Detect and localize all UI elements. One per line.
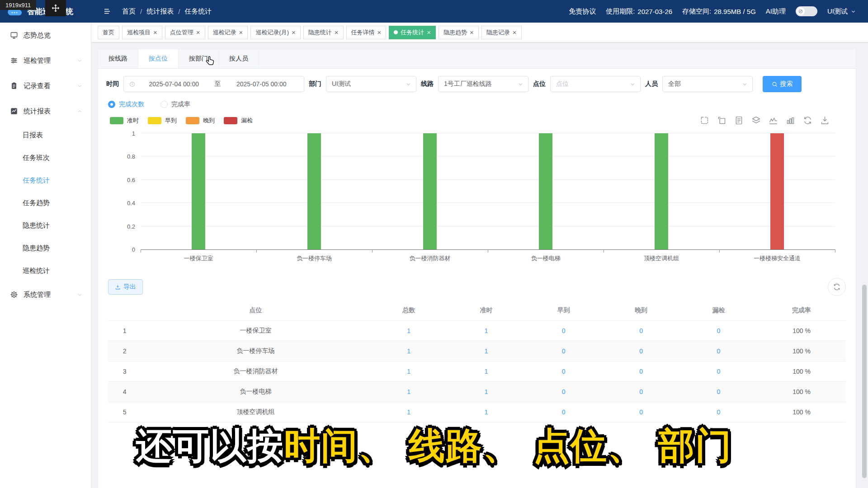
point-select[interactable]: 点位 xyxy=(550,76,641,92)
date-end-value[interactable]: 2025-07-05 00:00 xyxy=(225,80,299,88)
tab-label: 隐患记录 xyxy=(486,28,510,37)
cell-link[interactable]: 1 xyxy=(370,361,447,382)
view-tab-1[interactable]: 按点位 xyxy=(138,49,179,68)
sidebar-item-6[interactable]: 任务统计 xyxy=(0,169,91,192)
bar-3[interactable] xyxy=(539,133,552,249)
sidebar-item-3[interactable]: 统计报表 xyxy=(0,99,91,124)
cell-link[interactable]: 0 xyxy=(525,402,602,422)
vertical-scrollbar[interactable] xyxy=(862,285,867,478)
export-button[interactable]: 导出 xyxy=(108,279,143,295)
close-icon[interactable]: × xyxy=(239,29,243,36)
cell-link[interactable]: 0 xyxy=(680,361,757,382)
restore-icon[interactable] xyxy=(803,116,812,125)
cell-link[interactable]: 0 xyxy=(680,402,757,422)
zoom-select-icon[interactable] xyxy=(700,116,709,125)
radio-1[interactable]: 完成率 xyxy=(160,100,190,108)
bar-4[interactable] xyxy=(655,133,668,249)
cell-link[interactable]: 1 xyxy=(370,382,447,402)
date-range-input[interactable]: 2025-07-04 00:00 至 2025-07-05 00:00 xyxy=(123,76,304,92)
tab-4[interactable]: 巡检记录(月)× xyxy=(250,26,300,39)
table-row: 5顶楼空调机组11000100 % xyxy=(108,402,846,422)
view-tab-0[interactable]: 按线路 xyxy=(98,49,138,68)
search-button[interactable]: 搜索 xyxy=(763,76,802,92)
tab-8[interactable]: 隐患趋势× xyxy=(439,26,479,39)
tab-9[interactable]: 隐患记录× xyxy=(481,26,522,39)
refresh-button[interactable] xyxy=(828,278,846,296)
sidebar-item-8[interactable]: 隐患统计 xyxy=(0,214,91,237)
cell-link[interactable]: 0 xyxy=(525,361,602,382)
close-icon[interactable]: × xyxy=(292,29,296,36)
disclaimer-link[interactable]: 免责协议 xyxy=(569,7,596,16)
zoom-reset-icon[interactable] xyxy=(717,116,726,125)
cell-link[interactable]: 1 xyxy=(448,382,525,402)
radio-0[interactable]: 完成次数 xyxy=(108,100,144,108)
cell-link[interactable]: 0 xyxy=(602,382,679,402)
tab-2[interactable]: 点位管理× xyxy=(165,26,205,39)
breadcrumb-reports[interactable]: 统计报表 xyxy=(146,7,174,16)
cell-link[interactable]: 1 xyxy=(448,341,525,361)
sidebar-item-4[interactable]: 日报表 xyxy=(0,124,91,146)
view-tab-3[interactable]: 按人员 xyxy=(219,49,259,68)
line-chart-icon[interactable] xyxy=(769,116,778,125)
legend-item-1[interactable]: 早到 xyxy=(148,117,177,125)
bar-5[interactable] xyxy=(770,133,784,249)
close-icon[interactable]: × xyxy=(470,29,474,36)
sidebar-item-11[interactable]: 系统管理 xyxy=(0,282,91,307)
save-image-icon[interactable] xyxy=(820,116,830,125)
stack-icon[interactable] xyxy=(751,116,761,125)
bar-1[interactable] xyxy=(307,133,321,249)
tab-3[interactable]: 巡检记录× xyxy=(208,26,248,39)
dept-select[interactable]: UI测试 xyxy=(326,76,416,92)
cell-link[interactable]: 0 xyxy=(525,341,602,361)
cell-link[interactable]: 0 xyxy=(602,341,679,361)
data-view-icon[interactable] xyxy=(734,116,744,125)
bar-2[interactable] xyxy=(423,133,437,249)
bar-0[interactable] xyxy=(192,133,205,249)
sidebar-item-5[interactable]: 任务班次 xyxy=(0,146,91,169)
ai-assistant-toggle[interactable] xyxy=(796,6,817,16)
tab-0[interactable]: 首页 xyxy=(98,26,119,39)
sidebar-item-9[interactable]: 隐患趋势 xyxy=(0,237,91,259)
close-icon[interactable]: × xyxy=(196,29,200,36)
cell-link[interactable]: 0 xyxy=(680,382,757,402)
radio-label: 完成率 xyxy=(171,100,190,108)
sidebar-item-7[interactable]: 任务趋势 xyxy=(0,192,91,214)
cell-link[interactable]: 1 xyxy=(448,402,525,422)
sidebar-item-1[interactable]: 巡检管理 xyxy=(0,48,91,73)
date-start-value[interactable]: 2025-07-04 00:00 xyxy=(137,80,211,88)
cell-link[interactable]: 1 xyxy=(370,402,447,422)
tab-1[interactable]: 巡检项目× xyxy=(122,26,162,39)
legend-item-3[interactable]: 漏检 xyxy=(224,117,253,125)
sidebar-item-0[interactable]: 态势总览 xyxy=(0,23,91,48)
close-icon[interactable]: × xyxy=(153,29,157,36)
cell-link[interactable]: 0 xyxy=(602,321,679,341)
cell-link[interactable]: 1 xyxy=(370,341,447,361)
tab-7[interactable]: 任务统计× xyxy=(389,26,436,39)
legend-item-2[interactable]: 晚到 xyxy=(186,117,215,125)
close-icon[interactable]: × xyxy=(335,29,339,36)
legend-item-0[interactable]: 准时 xyxy=(110,117,139,125)
line-select[interactable]: 1号工厂巡检线路 xyxy=(438,76,528,92)
cell-link[interactable]: 1 xyxy=(448,361,525,382)
close-icon[interactable]: × xyxy=(427,29,431,36)
cell-link[interactable]: 0 xyxy=(680,321,757,341)
cell-link[interactable]: 0 xyxy=(602,361,679,382)
close-icon[interactable]: × xyxy=(377,29,382,36)
cell-link[interactable]: 1 xyxy=(370,321,447,341)
hamburger-icon[interactable] xyxy=(103,7,111,15)
cell-link[interactable]: 0 xyxy=(525,382,602,402)
cell-link[interactable]: 0 xyxy=(525,321,602,341)
cell-link[interactable]: 1 xyxy=(448,321,525,341)
sidebar-item-10[interactable]: 巡检统计 xyxy=(0,259,91,282)
sidebar-item-2[interactable]: 记录查看 xyxy=(0,73,91,99)
person-select[interactable]: 全部 xyxy=(662,76,753,92)
view-tab-2[interactable]: 按部门 xyxy=(179,49,219,68)
breadcrumb-home[interactable]: 首页 xyxy=(122,7,136,16)
tab-5[interactable]: 隐患统计× xyxy=(303,26,344,39)
cell-link[interactable]: 0 xyxy=(680,341,757,361)
tab-6[interactable]: 任务详情× xyxy=(346,26,387,39)
close-icon[interactable]: × xyxy=(513,29,517,36)
bar-chart-icon[interactable] xyxy=(786,116,795,125)
cell-link[interactable]: 0 xyxy=(602,402,679,422)
user-menu[interactable]: UI测试 xyxy=(827,7,856,16)
